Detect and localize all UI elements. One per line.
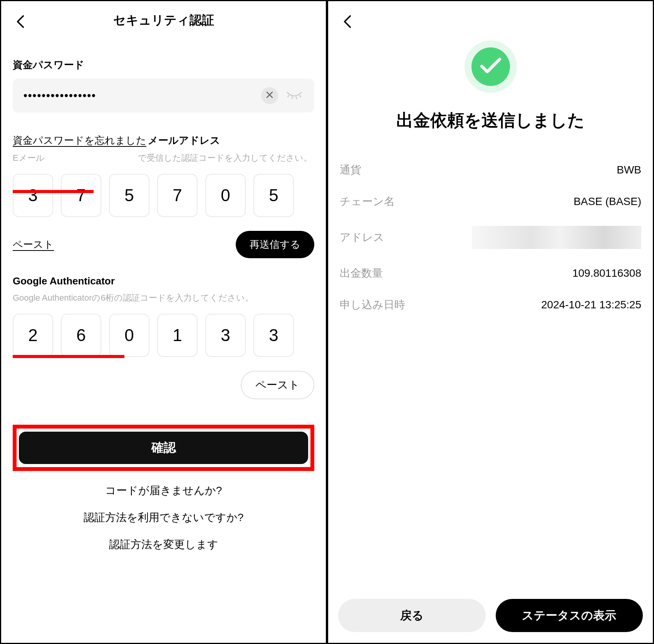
highlight-bar: [13, 355, 124, 358]
authenticator-label: Google Authenticator: [13, 275, 115, 287]
footer-links: コードが届きませんか? 認証方法を利用できないですか? 認証方法を変更します: [13, 483, 314, 552]
close-icon: [266, 91, 273, 100]
code-cell[interactable]: 3: [205, 314, 246, 357]
highlight-frame: 確認: [13, 425, 314, 471]
email-hint-prefix: Eメール: [13, 153, 45, 163]
no-code-link[interactable]: コードが届きませんか?: [13, 483, 314, 498]
detail-label: 出金数量: [340, 266, 383, 281]
check-icon: [480, 58, 501, 76]
code-cell[interactable]: 1: [157, 314, 198, 357]
detail-value: 2024-10-21 13:25:25: [541, 299, 641, 311]
details-list: 通貨 BWB チェーン名 BASE (BASE) アドレス 出金数量 109.8…: [328, 163, 653, 312]
detail-label: チェーン名: [340, 194, 395, 209]
footer-buttons: 戻る ステータスの表示: [328, 599, 653, 632]
back-button[interactable]: [13, 15, 28, 30]
fund-password-label: 資金パスワード: [13, 58, 84, 72]
detail-row-chain: チェーン名 BASE (BASE): [340, 194, 641, 209]
success-title: 出金依頼を送信しました: [328, 109, 653, 132]
detail-label: 通貨: [340, 163, 361, 177]
highlight-bar: [13, 190, 94, 193]
email-code-input[interactable]: 3 7 5 7 0 5: [13, 174, 314, 217]
right-header: [328, 1, 653, 40]
code-cell[interactable]: 5: [253, 174, 294, 217]
password-mask: ••••••••••••••••: [23, 89, 96, 102]
paste-email-code-link[interactable]: ペースト: [13, 238, 54, 251]
code-cell[interactable]: 7: [61, 174, 101, 217]
detail-row-address: アドレス: [340, 226, 641, 249]
email-label: メールアドレス: [148, 134, 220, 147]
code-cell[interactable]: 5: [109, 174, 149, 217]
chevron-left-icon: [343, 15, 352, 30]
forgot-fund-password-link[interactable]: 資金パスワードを忘れました: [13, 134, 146, 147]
code-cell[interactable]: 3: [253, 314, 294, 357]
back-home-button[interactable]: 戻る: [338, 599, 486, 632]
authenticator-hint: Google Authenticatorの6桁の認証コードを入力してください。: [13, 291, 314, 304]
detail-value: 109.80116308: [572, 267, 641, 279]
code-cell[interactable]: 0: [109, 314, 149, 357]
detail-label: 申し込み日時: [340, 298, 405, 312]
left-header: セキュリティ認証: [1, 1, 326, 40]
email-hint-suffix: で受信した認証コードを入力してください。: [138, 153, 312, 163]
redacted-email: [47, 153, 136, 164]
resend-button[interactable]: 再送信する: [236, 231, 314, 258]
page-title: セキュリティ認証: [113, 12, 214, 29]
detail-row-time: 申し込み日時 2024-10-21 13:25:25: [340, 298, 641, 312]
detail-row-amount: 出金数量 109.80116308: [340, 266, 641, 281]
back-button[interactable]: [340, 15, 355, 30]
code-cell[interactable]: 7: [157, 174, 198, 217]
change-auth-link[interactable]: 認証方法を変更します: [13, 537, 314, 552]
code-cell[interactable]: 3: [13, 174, 53, 217]
detail-row-currency: 通貨 BWB: [340, 163, 641, 177]
clear-button[interactable]: [261, 87, 278, 104]
authenticator-code-input[interactable]: 2 6 0 1 3 3: [13, 314, 314, 357]
redacted-address: [472, 226, 641, 249]
detail-value: BWB: [617, 164, 641, 176]
chevron-left-icon: [16, 15, 25, 30]
fund-password-input[interactable]: ••••••••••••••••: [13, 79, 314, 113]
view-status-button[interactable]: ステータスの表示: [496, 599, 643, 632]
eye-closed-icon: [286, 90, 302, 101]
cannot-use-link[interactable]: 認証方法を利用できないですか?: [13, 510, 314, 525]
detail-label: アドレス: [340, 230, 384, 245]
detail-value: BASE (BASE): [574, 195, 641, 208]
code-cell[interactable]: 0: [205, 174, 246, 217]
toggle-visibility-button[interactable]: [285, 90, 304, 101]
code-cell[interactable]: 6: [61, 314, 101, 357]
email-hint: Eメール で受信した認証コードを入力してください。: [13, 151, 314, 165]
code-cell[interactable]: 2: [13, 314, 53, 357]
confirm-button[interactable]: 確認: [19, 432, 308, 464]
paste-authenticator-code-button[interactable]: ペースト: [241, 371, 314, 399]
success-badge: [471, 47, 510, 86]
